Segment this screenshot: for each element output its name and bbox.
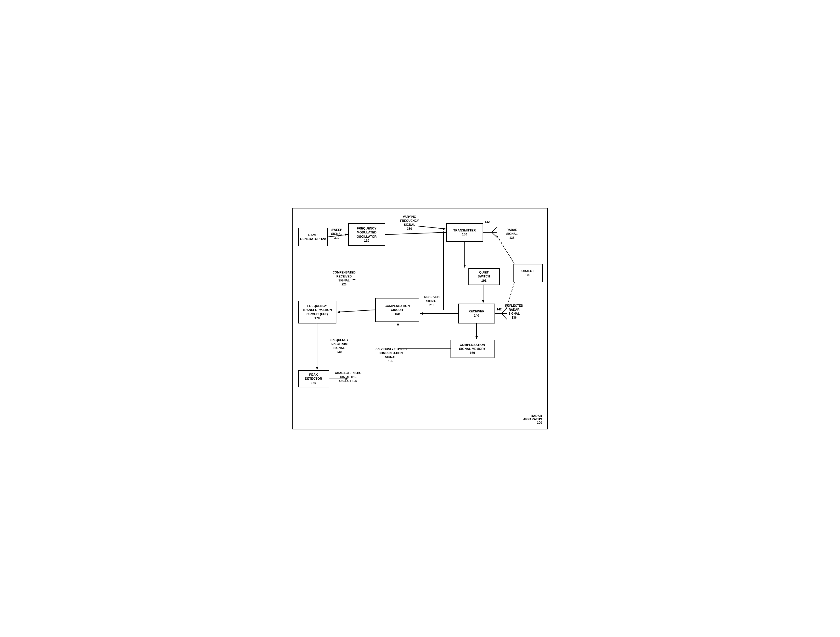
svg-line-2 (385, 232, 446, 235)
svg-marker-15 (337, 311, 340, 313)
svg-marker-11 (482, 300, 484, 303)
svg-line-14 (337, 310, 375, 312)
transmitter-block: TRANSMITTER130 (446, 223, 483, 242)
fft-block: FREQUENCYTRANSFORMATIONCIRCUIT (FFT)170 (298, 301, 336, 324)
num-142: 142 (497, 307, 502, 311)
compensation-circuit-block: COMPENSATIONCIRCUIT150 (375, 298, 419, 322)
fmo-block: FREQUENCYMODULATEDOSCILLATOR110 (348, 223, 385, 246)
sweep-signal-label: SWEEPSIGNAL310 (331, 228, 343, 240)
reflected-radar-label: REFLECTEDRADARSIGNAL136 (505, 303, 523, 320)
svg-marker-17 (316, 367, 318, 370)
received-signal-label: RECEIVEDSIGNAL210 (425, 295, 440, 307)
prev-stored-label: PREVIOUSLY STOREDCOMPENSATIONSIGNAL165 (375, 347, 407, 363)
peak-detector-block: PEAKDETECTOR180 (298, 370, 329, 387)
characteristic-label: CHARACTERISTIC185 OF THEOBJECT 105 (335, 371, 362, 383)
object-block: OBJECT105 (513, 264, 543, 282)
svg-line-33 (418, 226, 446, 229)
varying-freq-label: VARYINGFREQUENCYSIGNAL330 (400, 215, 419, 231)
svg-marker-9 (464, 265, 466, 267)
radar-apparatus-label: RADARAPPARATUS100 (523, 414, 542, 424)
radar-signal-label: RADARSIGNAL135 (507, 228, 518, 240)
svg-line-5 (492, 227, 497, 232)
svg-marker-34 (443, 228, 446, 230)
ramp-generator-block: RAMP GENERATOR 120 (298, 228, 328, 246)
diagram-container: RAMP GENERATOR 120 FREQUENCYMODULATEDOSC… (292, 208, 548, 429)
comp-signal-memory-block: COMPENSATIONSIGNAL MEMORY160 (450, 340, 494, 358)
svg-marker-3 (443, 231, 446, 234)
svg-marker-1 (345, 234, 348, 236)
svg-marker-21 (475, 336, 478, 339)
svg-marker-24 (397, 322, 399, 326)
quiet-switch-block: QUIETSWITCH191 (468, 268, 500, 285)
freq-spectrum-label: FREQUENCYSPECTRUMSIGNAL230 (330, 338, 349, 354)
svg-line-7 (492, 232, 497, 238)
num-132: 132 (485, 220, 490, 224)
compensated-signal-label: COMPENSATEDRECEIVEDSIGNAL220 (333, 270, 356, 286)
receiver-block: RECEIVER140 (458, 303, 495, 324)
svg-marker-13 (420, 312, 423, 315)
